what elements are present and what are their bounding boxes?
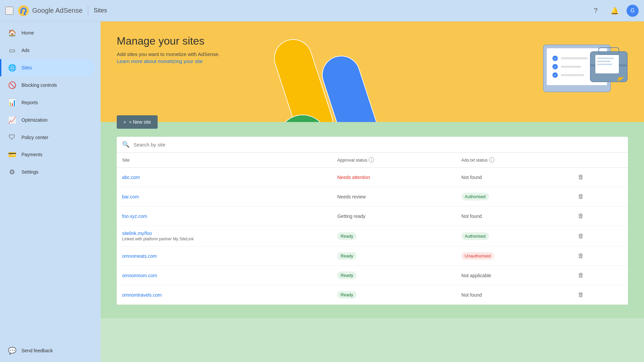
site-cell: omnomtravels.com bbox=[117, 285, 332, 305]
col-ads-txt: Ads.txt status i bbox=[456, 153, 570, 168]
site-cell: bar.com bbox=[117, 187, 332, 206]
sidebar-item-blocking-controls[interactable]: 🚫 Blocking controls bbox=[0, 76, 95, 94]
hero-link[interactable]: Learn more about monetizing your site bbox=[117, 58, 203, 64]
sidebar-item-ads[interactable]: ▭ Ads bbox=[0, 42, 95, 59]
approval-status-cell: Ready bbox=[332, 266, 456, 285]
approval-info-icon[interactable]: i bbox=[369, 157, 374, 163]
approval-status-badge: Ready bbox=[337, 232, 357, 240]
svg-rect-18 bbox=[597, 61, 610, 62]
brand-text: Google AdSense bbox=[32, 7, 83, 14]
sidebar-label-policy: Policy center bbox=[21, 135, 48, 140]
sites-icon: 🌐 bbox=[8, 64, 16, 72]
svg-point-1 bbox=[24, 13, 25, 15]
approval-status-badge: Needs attention bbox=[337, 175, 370, 180]
delete-site-button[interactable]: 🗑 bbox=[575, 231, 587, 241]
search-input[interactable] bbox=[133, 142, 623, 147]
site-link[interactable]: sitelink.my/foo bbox=[122, 231, 152, 236]
new-site-button[interactable]: + + New site bbox=[117, 115, 158, 129]
feedback-icon: 💬 bbox=[8, 347, 16, 355]
delete-site-button[interactable]: 🗑 bbox=[575, 211, 587, 221]
search-icon: 🔍 bbox=[122, 141, 129, 148]
main-content: Manage your sites Add sites you want to … bbox=[101, 21, 644, 362]
approval-status-badge: Needs review bbox=[337, 194, 366, 199]
sidebar-item-send-feedback[interactable]: 💬 Send feedback bbox=[0, 342, 95, 359]
table-row: bar.comNeeds reviewAuthorised🗑 bbox=[117, 187, 628, 206]
adstxt-info-icon[interactable]: i bbox=[489, 157, 494, 163]
sidebar-label-blocking: Blocking controls bbox=[21, 82, 57, 88]
delete-site-button[interactable]: 🗑 bbox=[575, 270, 587, 280]
table-row: omnomtravels.comReadyNot found🗑 bbox=[117, 285, 628, 305]
site-partner: Linked with platform partner My SiteLink bbox=[122, 237, 326, 241]
site-link[interactable]: foo.xyz.com bbox=[122, 214, 147, 219]
sidebar-item-optimization[interactable]: 📈 Optimization bbox=[0, 111, 95, 129]
delete-site-button[interactable]: 🗑 bbox=[575, 172, 587, 182]
col-approval-status: Approval status i bbox=[332, 153, 456, 168]
adstxt-badge: Not applicable bbox=[462, 273, 491, 278]
approval-status-badge: Getting ready bbox=[337, 214, 365, 219]
site-link[interactable]: bar.com bbox=[122, 194, 139, 199]
adsense-logo-icon bbox=[17, 5, 30, 17]
delete-site-button[interactable]: 🗑 bbox=[575, 290, 587, 300]
adstxt-status-cell: Not applicable bbox=[456, 266, 570, 285]
adstxt-badge: Unauthorised bbox=[462, 252, 494, 260]
topbar-actions: ? 🔔 G bbox=[589, 4, 639, 17]
sidebar-label-ads: Ads bbox=[21, 48, 30, 53]
sidebar-label-reports: Reports bbox=[21, 100, 38, 105]
sidebar-item-home[interactable]: 🏠 Home bbox=[0, 24, 95, 42]
adstxt-badge: Not found bbox=[462, 292, 482, 298]
avatar[interactable]: G bbox=[627, 5, 639, 17]
table-row: sitelink.my/fooLinked with platform part… bbox=[117, 226, 628, 246]
adstxt-status-cell: Not found bbox=[456, 206, 570, 226]
approval-status-cell: Needs attention bbox=[332, 168, 456, 187]
approval-status-badge: Ready bbox=[337, 272, 357, 279]
delete-cell: 🗑 bbox=[570, 246, 628, 266]
site-cell: omnomnom.com bbox=[117, 266, 332, 285]
delete-cell: 🗑 bbox=[570, 266, 628, 285]
table-header-row: Site Approval status i Ads.txt status i bbox=[117, 153, 628, 168]
adstxt-badge: Not found bbox=[462, 175, 482, 180]
hero-section: Manage your sites Add sites you want to … bbox=[101, 21, 644, 122]
briefcase-illustration: ✓ ✓ ✓ bbox=[537, 25, 631, 100]
policy-icon: 🛡 bbox=[8, 133, 16, 141]
logo: Google AdSense bbox=[17, 5, 83, 17]
adstxt-badge: Authorised bbox=[462, 232, 489, 240]
approval-status-cell: Ready bbox=[332, 226, 456, 246]
svg-rect-19 bbox=[597, 64, 612, 65]
delete-cell: 🗑 bbox=[570, 226, 628, 246]
delete-cell: 🗑 bbox=[570, 285, 628, 305]
site-link[interactable]: abc.com bbox=[122, 175, 140, 180]
sidebar-item-settings[interactable]: ⚙ Settings bbox=[0, 163, 95, 181]
adstxt-status-cell: Not found bbox=[456, 285, 570, 305]
menu-button[interactable] bbox=[5, 7, 13, 15]
optimization-icon: 📈 bbox=[8, 116, 16, 124]
delete-site-button[interactable]: 🗑 bbox=[575, 251, 587, 261]
sidebar-item-policy-center[interactable]: 🛡 Policy center bbox=[0, 129, 95, 146]
svg-rect-17 bbox=[597, 58, 614, 59]
home-icon: 🏠 bbox=[8, 29, 16, 37]
sidebar-item-reports[interactable]: 📊 Reports bbox=[0, 94, 95, 111]
notifications-button[interactable]: 🔔 bbox=[608, 4, 621, 17]
help-button[interactable]: ? bbox=[589, 4, 602, 17]
adstxt-badge: Authorised bbox=[462, 193, 489, 200]
svg-text:✓: ✓ bbox=[554, 57, 556, 60]
site-cell: foo.xyz.com bbox=[117, 206, 332, 226]
sidebar-label-sites: Sites bbox=[21, 65, 32, 70]
new-site-label: + New site bbox=[129, 119, 151, 125]
topbar: Google AdSense Sites ? 🔔 G bbox=[0, 0, 644, 21]
site-cell: abc.com bbox=[117, 168, 332, 187]
reports-icon: 📊 bbox=[8, 99, 16, 107]
site-cell: sitelink.my/fooLinked with platform part… bbox=[117, 226, 332, 246]
col-site: Site bbox=[117, 153, 332, 168]
site-link[interactable]: omnomeats.com bbox=[122, 253, 157, 259]
delete-site-button[interactable]: 🗑 bbox=[575, 192, 587, 201]
col-actions bbox=[570, 153, 628, 168]
approval-status-cell: Ready bbox=[332, 246, 456, 266]
site-link[interactable]: omnomtravels.com bbox=[122, 292, 162, 298]
payments-icon: 💳 bbox=[8, 150, 16, 159]
table-row: omnomeats.comReadyUnauthorised🗑 bbox=[117, 246, 628, 266]
site-link[interactable]: omnomnom.com bbox=[122, 273, 157, 278]
ads-icon: ▭ bbox=[8, 46, 16, 54]
sidebar-item-sites[interactable]: 🌐 Sites bbox=[0, 59, 95, 76]
adstxt-status-cell: Unauthorised bbox=[456, 246, 570, 266]
sidebar-item-payments[interactable]: 💳 Payments bbox=[0, 146, 95, 163]
